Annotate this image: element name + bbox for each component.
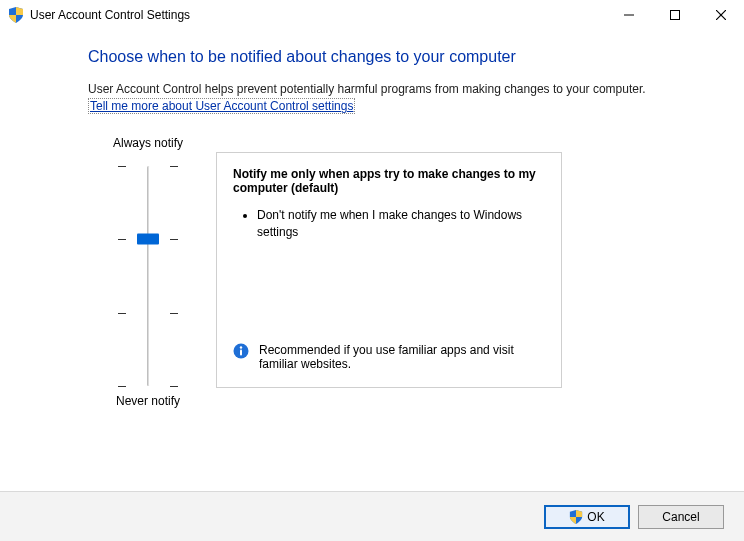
- notification-panel: Notify me only when apps try to make cha…: [216, 152, 562, 388]
- shield-icon: [8, 7, 24, 23]
- ok-button[interactable]: OK: [544, 505, 630, 529]
- info-icon: [233, 343, 249, 359]
- page-heading: Choose when to be notified about changes…: [88, 48, 684, 66]
- window-controls: [606, 0, 744, 30]
- maximize-icon: [670, 10, 680, 20]
- slider-column: Always notify Never notify: [88, 136, 208, 418]
- close-button[interactable]: [698, 0, 744, 30]
- maximize-button[interactable]: [652, 0, 698, 30]
- slider-track: [147, 166, 150, 386]
- learn-more-link[interactable]: Tell me more about User Account Control …: [88, 98, 355, 114]
- content-area: Choose when to be notified about changes…: [0, 30, 744, 418]
- panel-bullets: Don't notify me when I make changes to W…: [257, 207, 545, 241]
- svg-rect-6: [240, 350, 242, 356]
- cancel-button[interactable]: Cancel: [638, 505, 724, 529]
- close-icon: [716, 10, 726, 20]
- svg-rect-1: [671, 11, 680, 20]
- panel-title: Notify me only when apps try to make cha…: [233, 167, 545, 195]
- minimize-button[interactable]: [606, 0, 652, 30]
- notification-slider[interactable]: [118, 166, 178, 386]
- panel-bullet: Don't notify me when I make changes to W…: [257, 207, 545, 241]
- slider-top-label: Always notify: [113, 136, 183, 150]
- footer: OK Cancel: [0, 491, 744, 541]
- slider-area: Always notify Never notify Notify me onl…: [88, 136, 684, 418]
- recommendation-row: Recommended if you use familiar apps and…: [233, 343, 545, 371]
- titlebar: User Account Control Settings: [0, 0, 744, 30]
- window-title: User Account Control Settings: [30, 8, 190, 22]
- recommendation-text: Recommended if you use familiar apps and…: [259, 343, 545, 371]
- svg-point-5: [240, 346, 242, 348]
- minimize-icon: [624, 10, 634, 20]
- ok-button-label: OK: [587, 510, 604, 524]
- cancel-button-label: Cancel: [662, 510, 699, 524]
- shield-icon: [569, 510, 583, 524]
- slider-bottom-label: Never notify: [116, 394, 180, 408]
- slider-thumb[interactable]: [137, 234, 159, 245]
- page-description: User Account Control helps prevent poten…: [88, 82, 684, 96]
